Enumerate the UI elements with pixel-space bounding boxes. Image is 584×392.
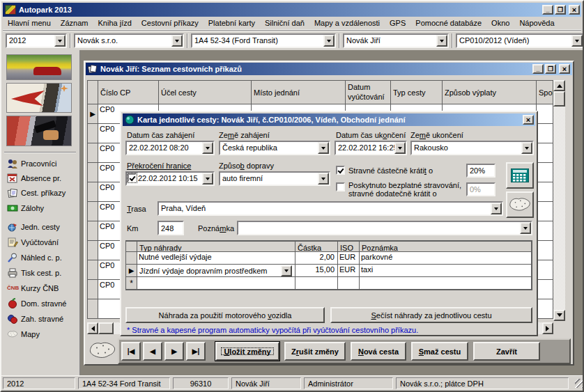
column-header[interactable]: Způsob výplaty [443, 80, 537, 104]
vehicle-combobox[interactable]: 1A4 52-34 (Ford Transit) [191, 33, 336, 48]
column-header[interactable]: Datum vyúčtování [346, 80, 391, 104]
free-meals-checkbox[interactable] [336, 182, 345, 191]
dropdown-arrow-icon[interactable] [281, 265, 292, 276]
sidebar-item-mapy[interactable]: Mapy [7, 327, 40, 340]
resize-grip[interactable] [575, 379, 584, 388]
route-combobox[interactable]: Praha, Vídeň [157, 201, 503, 216]
close-button[interactable]: × [569, 5, 580, 15]
window-minimize-button[interactable]: _ [532, 64, 544, 74]
expense-amount-cell[interactable]: 15,00 [295, 265, 338, 277]
cell[interactable] [295, 277, 338, 290]
dropdown-arrow-icon[interactable] [318, 142, 329, 154]
scroll-right-button[interactable] [542, 322, 553, 334]
cell[interactable] [537, 202, 553, 221]
scroll-down-button[interactable] [553, 310, 565, 321]
cell[interactable] [537, 143, 553, 163]
cell[interactable] [537, 260, 553, 280]
row-selector[interactable] [87, 280, 98, 299]
menu-silnicni-dan[interactable]: Silniční daň [260, 17, 309, 29]
dialog-close-button[interactable]: × [523, 115, 534, 125]
row-selector[interactable] [87, 221, 98, 241]
sidebar-item-nahled-cp[interactable]: Náhled c. p. [7, 251, 62, 264]
cell[interactable] [338, 277, 360, 290]
dropdown-arrow-icon[interactable] [436, 35, 447, 47]
note-combobox[interactable] [237, 221, 532, 235]
dropdown-arrow-icon[interactable] [202, 142, 213, 154]
row-selector[interactable] [87, 299, 98, 319]
row-selector[interactable] [87, 202, 98, 221]
vertical-scrollbar[interactable] [553, 80, 565, 321]
menu-mapy-a-vzdalenosti[interactable]: Mapy a vzdálenosti [309, 17, 385, 29]
sidebar-item-cest-prikazy[interactable]: Cest. příkazy [7, 186, 66, 199]
border-crossing-combobox[interactable]: 22.02.2012 10:15 [125, 171, 215, 186]
column-header[interactable]: Poznámka [360, 241, 532, 252]
column-header[interactable]: Číslo CP [98, 80, 159, 104]
scrollbar-thumb[interactable] [553, 91, 565, 107]
free-meals-percent-input[interactable]: 0% [466, 182, 495, 196]
map-button[interactable] [506, 191, 534, 218]
expense-iso-cell[interactable]: EUR [338, 265, 360, 277]
row-selector[interactable] [87, 260, 98, 280]
dropdown-arrow-icon[interactable] [202, 173, 213, 185]
expense-iso-cell[interactable]: EUR [338, 252, 360, 265]
column-header[interactable]: Částka [295, 241, 338, 252]
year-combobox[interactable]: 2012 [6, 33, 67, 48]
row-selector[interactable] [87, 182, 98, 202]
window-maximize-button[interactable]: ❐ [545, 64, 556, 74]
calculator-button[interactable] [506, 162, 534, 189]
delete-trip-button[interactable]: Smaž cestu [411, 342, 468, 361]
menu-hlavni-menu[interactable]: Hlavní menu [3, 17, 56, 29]
scrollbar-thumb[interactable] [98, 322, 114, 334]
cell[interactable] [537, 104, 553, 124]
maximize-button[interactable]: ❐ [555, 5, 566, 15]
sidebar-item-kurzy-cnb[interactable]: ČNB Kurzy ČNB [7, 281, 59, 295]
sidebar-item-pracovnici[interactable]: Pracovníci [7, 157, 56, 170]
expense-note-cell[interactable]: parkovné [360, 252, 532, 265]
sidebar-item-zah-stravne[interactable]: Zah. stravné [7, 312, 63, 325]
menu-pomocne-databaze[interactable]: Pomocné databáze [410, 17, 486, 29]
scroll-up-button[interactable] [553, 80, 565, 91]
menu-napoveda[interactable]: Nápověda [514, 17, 559, 29]
menu-okno[interactable]: Okno [486, 17, 514, 29]
column-header[interactable]: ISO [338, 241, 360, 252]
dropdown-arrow-icon[interactable] [394, 142, 406, 154]
dropdown-arrow-icon[interactable] [54, 35, 66, 47]
row-selector[interactable]: ▶ [126, 265, 137, 277]
sidebar-item-tisk-cest-p[interactable]: Tisk cest. p. [7, 266, 61, 279]
cell[interactable] [537, 221, 553, 241]
sum-trip-button[interactable]: Sečíst náhrady za jednotlivou cestu [330, 307, 532, 323]
menu-cestovni-prikazy[interactable]: Cestovní příkazy [137, 17, 203, 29]
column-header[interactable]: Typ cesty [391, 80, 443, 104]
nav-prev-button[interactable]: ◀ [143, 342, 162, 361]
expense-row-selected[interactable]: ▶ Jízdní výdaje dopravním prostředkem 15… [126, 265, 532, 277]
header-selector-cell[interactable] [87, 80, 98, 104]
meal-reduction-checkbox[interactable] [336, 166, 345, 175]
dropdown-arrow-icon[interactable] [323, 35, 335, 47]
row-selector[interactable] [87, 124, 98, 143]
cancel-changes-button[interactable]: Zrušit změny [284, 342, 346, 361]
expense-type-combobox[interactable]: Jízdní výdaje dopravním prostředkem [137, 265, 295, 277]
menu-gps[interactable]: GPS [385, 17, 410, 29]
cell[interactable] [537, 299, 553, 319]
expense-note-cell[interactable]: taxi [360, 265, 532, 277]
column-header[interactable]: Spolucestující [537, 80, 553, 104]
dropdown-arrow-icon[interactable] [571, 35, 583, 47]
cell[interactable] [537, 182, 553, 202]
dropdown-arrow-icon[interactable] [520, 222, 531, 234]
minimize-button[interactable]: _ [542, 5, 553, 15]
cell[interactable] [537, 163, 553, 182]
cell[interactable] [360, 277, 532, 290]
new-trip-button[interactable]: Nová cesta [351, 342, 406, 361]
dropdown-arrow-icon[interactable] [318, 173, 329, 185]
employee-combobox[interactable]: Novák Jiří [343, 33, 449, 48]
header-selector-cell[interactable] [126, 241, 137, 252]
menu-platebni-karty[interactable]: Platební karty [203, 17, 260, 29]
end-country-combobox[interactable]: Rakousko [410, 141, 534, 155]
window-close-button[interactable]: × [559, 64, 570, 74]
column-header[interactable]: Typ náhrady [137, 241, 295, 252]
transport-mode-combobox[interactable]: auto firemní [219, 171, 330, 186]
sidebar-item-dom-stravne[interactable]: Dom. stravné [7, 297, 66, 310]
nav-last-button[interactable]: ▶| [186, 342, 206, 361]
expense-new-row[interactable]: * [126, 277, 532, 290]
trip-combobox[interactable]: CP010/2012 (Vídeň) [456, 33, 584, 48]
